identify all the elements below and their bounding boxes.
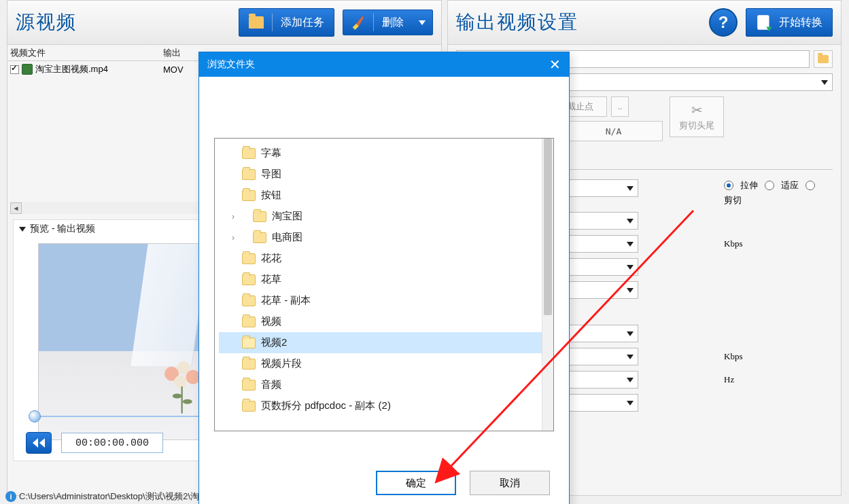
dialog-title-text: 浏览文件夹 — [207, 58, 255, 71]
timecode-display: 00:00:00.000 — [61, 433, 163, 453]
col-file: 视频文件 — [10, 47, 163, 59]
chevron-down-icon — [627, 242, 634, 247]
help-button[interactable]: ? — [709, 8, 738, 37]
folder-item[interactable]: 页数拆分 pdfpcdoc - 副本 (2) — [219, 395, 542, 416]
right-header: 输出视频设置 ? 开始转换 — [448, 1, 841, 45]
col-out: 输出 — [163, 47, 181, 59]
chevron-down-icon — [627, 288, 634, 293]
scroll-left-icon[interactable]: ◄ — [10, 202, 22, 214]
folder-item[interactable]: 视频2 — [219, 332, 542, 353]
brush-icon — [350, 15, 365, 30]
chevron-down-icon — [627, 219, 634, 223]
folder-label: 页数拆分 pdfpcdoc - 副本 (2) — [261, 399, 391, 412]
scale-mode-group: 拉伸 适应 剪切 — [724, 179, 833, 206]
folder-label: 花花 — [261, 252, 281, 265]
folder-label: 视频2 — [261, 336, 287, 349]
folder-icon — [242, 274, 256, 285]
kbps-unit: Kbps — [724, 235, 833, 253]
svg-point-5 — [183, 399, 192, 404]
svg-point-3 — [174, 376, 187, 389]
folder-label: 视频片段 — [261, 357, 302, 370]
folder-item[interactable]: 花花 — [219, 248, 542, 269]
folder-icon — [818, 55, 829, 63]
rewind-button[interactable] — [26, 432, 52, 454]
question-icon: ? — [718, 13, 729, 32]
folder-item[interactable]: 音频 — [219, 374, 542, 395]
folder-item[interactable]: ›淘宝图 — [219, 206, 542, 227]
end-step-button[interactable]: .. — [611, 96, 629, 117]
video-preview — [38, 243, 208, 440]
cancel-button[interactable]: 取消 — [470, 471, 550, 495]
folder-label: 按钮 — [261, 189, 281, 202]
chevron-down-icon — [627, 186, 634, 191]
folder-icon — [242, 190, 256, 201]
slider-knob[interactable] — [29, 410, 41, 422]
left-header: 源视频 添加任务 删除 — [7, 1, 441, 45]
chevron-down-icon — [627, 265, 634, 270]
radio-crop[interactable] — [805, 181, 815, 190]
video-file-icon — [22, 64, 33, 75]
ok-button[interactable]: 确定 — [376, 471, 456, 495]
radio-stretch[interactable] — [724, 181, 733, 190]
kbps-unit-2: Kbps — [724, 348, 833, 365]
folder-tree: 字幕导图按钮›淘宝图›电商图花花花草花草 - 副本视频视频2视频片段音频页数拆分… — [214, 138, 554, 431]
close-icon[interactable]: ✕ — [549, 56, 561, 73]
cut-button[interactable]: ✂ 剪切头尾 — [670, 96, 724, 137]
folder-icon — [242, 338, 256, 348]
chevron-down-icon — [19, 227, 26, 232]
folder-icon — [242, 253, 256, 264]
chevron-down-icon — [821, 80, 828, 85]
file-format: MOV — [163, 65, 184, 75]
chevron-down-icon — [627, 378, 634, 382]
output-settings-title: 输出视频设置 — [456, 10, 578, 35]
expand-icon[interactable]: › — [228, 233, 238, 242]
file-name: 淘宝主图视频.mp4 — [35, 63, 108, 75]
delete-button[interactable]: 删除 — [343, 10, 433, 35]
tree-scrollbar[interactable] — [542, 139, 553, 431]
folder-label: 花草 — [261, 273, 281, 286]
cut-label: 剪切头尾 — [679, 120, 714, 132]
rewind-icon — [33, 438, 45, 448]
folder-icon — [242, 148, 256, 159]
chevron-down-icon — [627, 331, 634, 336]
file-checkbox[interactable] — [10, 65, 19, 74]
info-icon: i — [5, 491, 16, 502]
folder-item[interactable]: ›电商图 — [219, 227, 542, 248]
folder-label: 淘宝图 — [272, 210, 302, 223]
hz-unit: Hz — [724, 371, 833, 389]
folder-item[interactable]: 花草 — [219, 269, 542, 290]
scissors-icon: ✂ — [691, 102, 703, 118]
delete-label: 删除 — [382, 16, 404, 30]
folder-icon — [242, 169, 256, 180]
folder-item[interactable]: 视频片段 — [219, 353, 542, 374]
convert-icon — [756, 14, 774, 31]
folder-label: 音频 — [261, 378, 281, 391]
folder-icon — [242, 295, 256, 306]
folder-item[interactable]: 花草 - 副本 — [219, 290, 542, 311]
folder-item[interactable]: 字幕 — [219, 143, 542, 164]
svg-point-4 — [173, 393, 182, 398]
browse-folder-button[interactable] — [814, 50, 833, 68]
add-task-label: 添加任务 — [281, 16, 324, 30]
start-convert-button[interactable]: 开始转换 — [746, 8, 833, 37]
chevron-down-icon — [627, 355, 634, 359]
folder-item[interactable]: 按钮 — [219, 185, 542, 206]
folder-label: 花草 - 副本 — [261, 294, 311, 307]
source-video-title: 源视频 — [16, 10, 77, 35]
folder-icon — [249, 16, 264, 29]
folder-icon — [242, 401, 256, 412]
chevron-down-icon — [419, 20, 426, 25]
folder-icon — [242, 380, 256, 391]
browse-folder-dialog: 浏览文件夹 ✕ 字幕导图按钮›淘宝图›电商图花花花草花草 - 副本视频视频2视频… — [198, 52, 570, 504]
add-task-button[interactable]: 添加任务 — [239, 8, 334, 37]
radio-fit[interactable] — [765, 181, 774, 190]
chevron-down-icon — [627, 401, 634, 406]
folder-label: 电商图 — [272, 231, 302, 244]
folder-item[interactable]: 导图 — [219, 164, 542, 185]
folder-icon — [253, 232, 266, 243]
folder-item[interactable]: 视频 — [219, 311, 542, 332]
folder-icon — [242, 317, 256, 327]
expand-icon[interactable]: › — [228, 212, 238, 221]
dialog-titlebar[interactable]: 浏览文件夹 ✕ — [199, 52, 569, 77]
folder-label: 导图 — [261, 168, 281, 181]
